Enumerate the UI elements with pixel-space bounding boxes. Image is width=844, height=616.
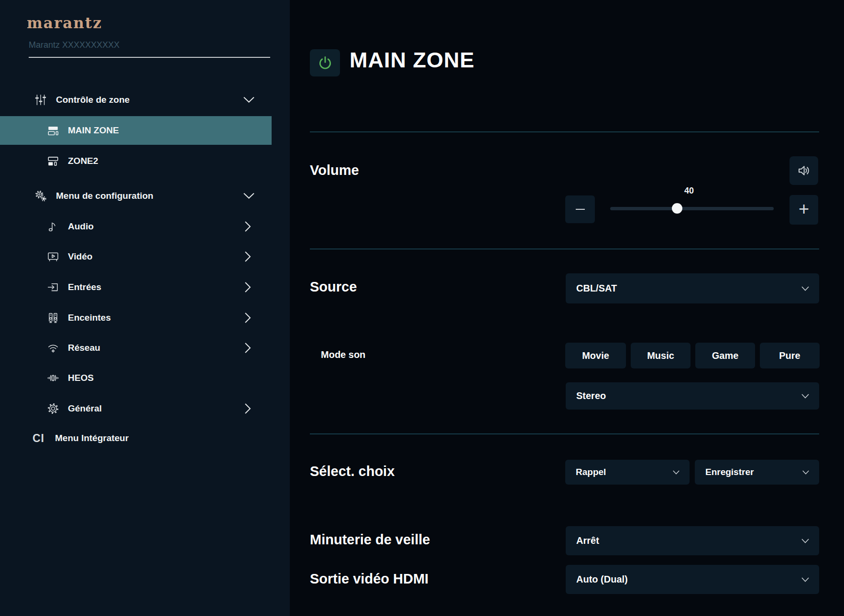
section-divider [310,249,819,249]
sleep-timer-label: Minuterie de veille [310,532,430,548]
sidebar-item-inputs[interactable]: Entrées [0,277,290,298]
quick-select-save-dropdown[interactable]: Enregistrer [695,460,819,485]
source-label: Source [310,279,357,295]
ci-icon: CI [33,432,44,445]
music-note-icon [47,220,59,233]
sidebar-item-label: Vidéo [68,251,92,262]
heos-icon [47,372,59,384]
sidebar-item-audio[interactable]: Audio [0,216,290,237]
dropdown-value: Auto (Dual) [576,574,628,585]
sound-mode-pure-button[interactable]: Pure [760,343,820,368]
sidebar-item-label: ZONE2 [68,156,98,166]
sidebar-item-heos[interactable]: HEOS [0,367,290,389]
gears-icon [34,190,47,202]
wifi-icon [47,342,59,354]
power-button[interactable] [310,49,340,76]
volume-value: 40 [675,186,703,196]
chevron-down-icon [801,393,810,399]
chevron-down-icon [801,286,810,292]
model-name: Marantz XXXXXXXXXX [29,40,120,50]
sliders-icon [34,94,47,106]
quick-select-recall-dropdown[interactable]: Rappel [565,460,690,485]
zone2-icon [47,155,59,167]
sidebar-item-label: Réseau [68,343,100,353]
chevron-right-icon [243,250,252,263]
sidebar-item-network[interactable]: Réseau [0,337,290,358]
chevron-right-icon [243,342,252,355]
sidebar-group-config[interactable]: Menu de configuration [0,185,290,206]
sidebar-group-zone-control[interactable]: Contrôle de zone [0,89,290,110]
sidebar-item-label: Enceintes [68,313,111,323]
sidebar-group-label: Menu de configuration [56,191,153,201]
chevron-right-icon [243,402,252,415]
quick-select-label: Sélect. choix [310,464,395,479]
sidebar-item-label: Entrées [68,282,101,292]
chevron-right-icon [243,312,252,324]
dropdown-value: Enregistrer [705,467,754,477]
chevron-down-icon [802,470,810,475]
power-icon [318,55,333,71]
sidebar: marantz Marantz XXXXXXXXXX Contrôle de z… [0,0,290,616]
speaker-icon [796,163,811,178]
dropdown-value: Stereo [576,390,606,401]
sidebar-divider [29,57,270,58]
sidebar-item-label: Menu Intégrateur [55,433,129,443]
chevron-right-icon [243,220,252,233]
speakers-icon [47,312,59,324]
sidebar-group-label: Contrôle de zone [56,95,130,105]
sound-mode-game-button[interactable]: Game [695,343,755,368]
dropdown-value: CBL/SAT [576,283,617,294]
gear-icon [47,402,59,415]
sidebar-item-video[interactable]: Vidéo [0,246,290,267]
sidebar-item-integrator[interactable]: CI Menu Intégrateur [0,428,290,449]
input-arrow-icon [47,281,59,293]
volume-up-button[interactable]: + [789,195,818,225]
sleep-timer-dropdown[interactable]: Arrêt [566,526,819,555]
sound-mode-music-button[interactable]: Music [631,343,691,368]
app-screen: marantz Marantz XXXXXXXXXX Contrôle de z… [0,0,844,616]
volume-down-button[interactable] [565,195,595,223]
sidebar-item-zone2[interactable]: ZONE2 [0,151,290,172]
sidebar-item-label: Audio [68,221,94,232]
chevron-right-icon [243,281,252,294]
sound-mode-dropdown[interactable]: Stereo [566,382,819,410]
sound-mode-buttons: Movie Music Game Pure [565,343,820,368]
chevron-down-icon [801,538,810,544]
source-dropdown[interactable]: CBL/SAT [566,273,819,303]
sidebar-item-main-zone[interactable]: MAIN ZONE [0,116,272,145]
main-zone-icon [47,124,59,137]
chevron-down-icon [242,96,255,104]
sidebar-item-label: MAIN ZONE [68,125,119,136]
minus-icon [576,209,585,210]
sidebar-item-general[interactable]: Général [0,398,290,419]
dropdown-value: Rappel [576,467,606,477]
volume-slider-thumb[interactable] [672,203,682,214]
section-divider [310,131,819,132]
hdmi-output-dropdown[interactable]: Auto (Dual) [566,565,819,594]
dropdown-value: Arrêt [576,535,599,546]
mute-button[interactable] [789,156,818,185]
chevron-down-icon [242,192,255,200]
brand-logo: marantz [27,14,102,32]
chevron-down-icon [672,470,680,475]
page-title: MAIN ZONE [350,48,475,73]
sidebar-item-label: HEOS [68,373,94,383]
section-divider [310,433,819,434]
plus-icon: + [799,200,809,218]
tv-play-icon [47,250,59,263]
chevron-down-icon [801,577,810,583]
sidebar-item-speakers[interactable]: Enceintes [0,307,290,328]
volume-slider-track[interactable] [610,207,774,210]
sound-mode-movie-button[interactable]: Movie [565,343,626,368]
sound-mode-label: Mode son [321,349,365,360]
volume-label: Volume [310,162,359,178]
hdmi-output-label: Sortie vidéo HDMI [310,571,428,587]
sidebar-item-label: Général [68,403,102,414]
